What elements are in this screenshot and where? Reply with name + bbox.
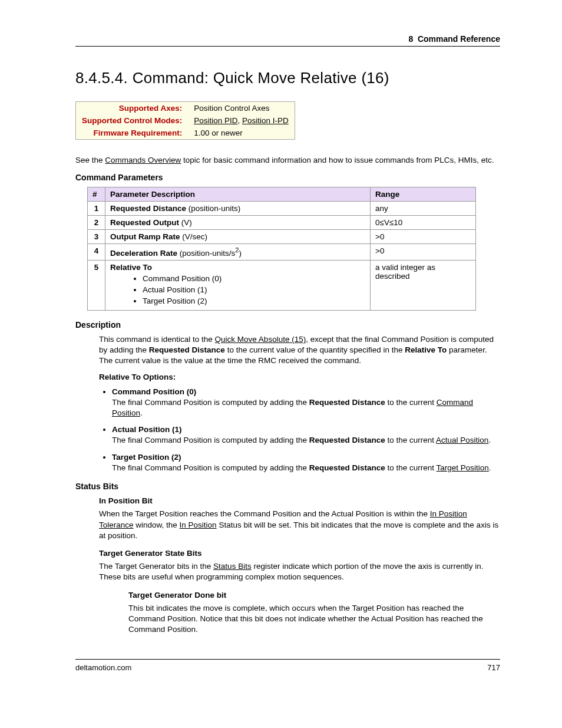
option-actual-position: Actual Position (1) The final Command Po… — [112, 424, 500, 446]
col-range: Range — [371, 187, 476, 202]
status-bits-heading: Status Bits — [75, 482, 500, 491]
col-description: Parameter Description — [105, 187, 371, 202]
page-title: 8.4.5.4. Command: Quick Move Relative (1… — [75, 69, 500, 87]
in-position-paragraph: When the Target Position reaches the Com… — [99, 509, 500, 541]
in-position-link[interactable]: In Position — [180, 521, 217, 529]
list-item: Command Position (0) — [143, 274, 365, 283]
target-generator-state-heading: Target Generator State Bits — [99, 548, 500, 559]
supported-axes-value: Position Control Axes — [188, 102, 295, 115]
section-title: Command: Quick Move Relative (16) — [133, 69, 389, 87]
target-generator-done-paragraph: This bit indicates the move is complete,… — [128, 603, 500, 635]
section-number: 8.4.5.4. — [75, 69, 128, 87]
footer-site: deltamotion.com — [75, 663, 131, 672]
table-row: 2 Requested Output (V) 0≤V≤10 — [88, 216, 476, 230]
description-heading: Description — [75, 320, 500, 330]
target-generator-done-heading: Target Generator Done bit — [128, 590, 500, 601]
relative-to-options-list: Command Position (0) The final Command P… — [75, 387, 500, 474]
table-row: 1 Requested Distance (position-units) an… — [88, 202, 476, 216]
position-pid-link[interactable]: Position PID — [194, 116, 237, 125]
col-number: # — [88, 187, 105, 202]
in-position-bit-heading: In Position Bit — [99, 496, 500, 506]
page-footer: deltamotion.com 717 — [75, 659, 500, 672]
target-generator-state-paragraph: The Target Generator bits in the Status … — [99, 561, 500, 582]
chapter-title: Command Reference — [418, 34, 500, 44]
status-bits-link[interactable]: Status Bits — [213, 562, 252, 571]
command-parameters-heading: Command Parameters — [75, 173, 500, 182]
actual-position-link[interactable]: Actual Position — [436, 436, 488, 444]
commands-overview-link[interactable]: Commands Overview — [105, 156, 181, 164]
list-item: Target Position (2) — [143, 297, 365, 305]
table-row: 4 Deceleration Rate (position-units/s2) … — [88, 244, 476, 261]
footer-page-number: 717 — [487, 663, 500, 672]
option-target-position: Target Position (2) The final Command Po… — [112, 452, 500, 473]
position-ipd-link[interactable]: Position I-PD — [242, 116, 289, 125]
intro-paragraph: See the Commands Overview topic for basi… — [75, 155, 500, 166]
quick-move-absolute-link[interactable]: Quick Move Absolute (15) — [215, 335, 306, 344]
table-row: 3 Output Ramp Rate (V/sec) >0 — [88, 230, 476, 244]
supported-modes-label: Supported Control Modes: — [76, 114, 189, 127]
page-header: 8 Command Reference — [75, 34, 500, 47]
relative-to-options-heading: Relative To Options: — [99, 372, 500, 383]
supported-axes-label: Supported Axes: — [76, 102, 189, 115]
firmware-label: Firmware Requirement: — [76, 127, 189, 140]
supported-modes-value: Position PID, Position I-PD — [188, 114, 295, 127]
table-row: 5 Relative To Command Position (0) Actua… — [88, 260, 476, 310]
info-table: Supported Axes: Position Control Axes Su… — [75, 101, 295, 140]
chapter-number: 8 — [408, 34, 413, 44]
description-paragraph: This command is identical to the Quick M… — [99, 334, 500, 367]
target-position-link[interactable]: Target Position — [437, 463, 489, 472]
option-command-position: Command Position (0) The final Command P… — [112, 387, 500, 419]
firmware-value: 1.00 or newer — [188, 127, 295, 140]
list-item: Actual Position (1) — [143, 285, 365, 294]
parameter-table: # Parameter Description Range 1 Requeste… — [87, 187, 476, 311]
